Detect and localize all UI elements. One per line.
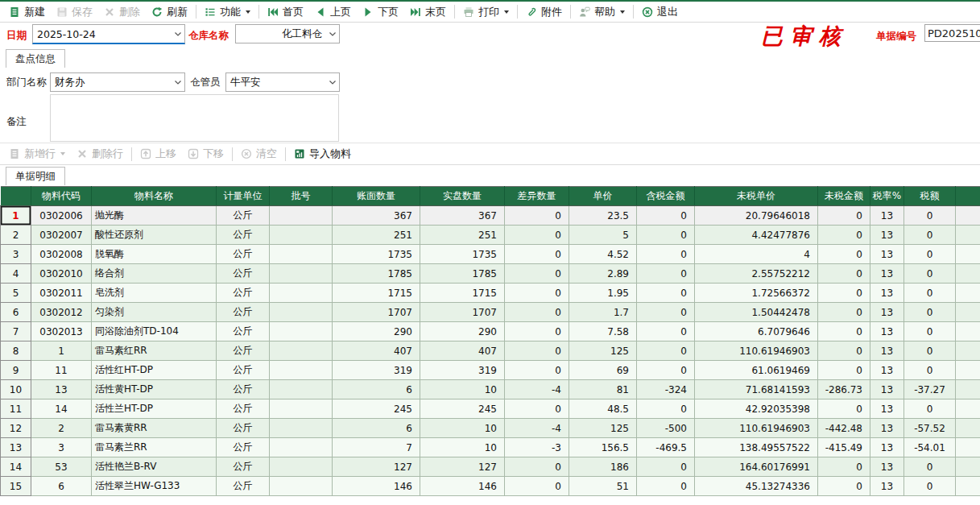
grid-cell[interactable]: 319 (420, 361, 505, 380)
grid-cell[interactable]: 匀染剂 (92, 303, 217, 322)
grid-cell[interactable] (270, 419, 333, 438)
grid-cell[interactable]: 10 (420, 380, 505, 399)
grid-cell[interactable]: 0 (637, 361, 695, 380)
row-number-cell[interactable]: 7 (1, 322, 31, 341)
table-row[interactable]: 1114活性兰HT-DP公斤245245048.5042.92035398013… (1, 399, 980, 419)
grid-cell[interactable]: 11 (31, 361, 92, 380)
grid-cell[interactable]: 2 (31, 419, 92, 438)
row-number-cell[interactable]: 10 (1, 380, 31, 399)
grid-cell[interactable]: -286.73 (818, 380, 870, 399)
row-number-cell[interactable]: 14 (1, 457, 31, 477)
grid-cell[interactable]: 0302011 (31, 284, 92, 303)
grid-cell[interactable]: 6 (31, 477, 92, 496)
grid-cell[interactable]: 0 (818, 245, 870, 264)
grid-cell[interactable]: 164.60176991 (695, 457, 818, 477)
grid-cell[interactable]: 0 (637, 284, 695, 303)
grid-cell[interactable]: 0 (505, 284, 569, 303)
grid-cell[interactable]: 290 (333, 322, 420, 341)
grid-cell[interactable]: 13 (870, 341, 904, 361)
grid-cell[interactable] (956, 419, 980, 438)
grid-cell[interactable]: 0 (904, 284, 956, 303)
grid-cell[interactable] (270, 341, 333, 361)
table-row[interactable]: 50302011皂洗剂公斤1715171501.9501.72566372013… (1, 284, 980, 303)
first-page-button[interactable]: 首页 (262, 2, 309, 21)
grid-cell[interactable]: 0 (904, 457, 956, 477)
grid-cell[interactable]: -4 (505, 419, 569, 438)
grid-cell[interactable]: 251 (333, 226, 420, 245)
grid-cell[interactable]: 0 (505, 399, 569, 419)
table-row[interactable]: 70302013同浴除油剂TD-104公斤29029007.5806.70796… (1, 322, 980, 341)
grid-cell[interactable]: 0 (637, 399, 695, 419)
grid-cell[interactable] (956, 226, 980, 245)
grid-cell[interactable]: 0 (505, 303, 569, 322)
grid-cell[interactable]: 251 (420, 226, 505, 245)
grid-cell[interactable]: 13 (870, 303, 904, 322)
grid-cell[interactable] (956, 361, 980, 380)
grid-cell[interactable]: -37.27 (904, 380, 956, 399)
grid-cell[interactable]: 110.61946903 (695, 419, 818, 438)
row-number-cell[interactable]: 15 (1, 477, 31, 496)
grid-cell[interactable]: 186 (569, 457, 637, 477)
grid-cell[interactable]: 0 (505, 477, 569, 496)
grid-cell[interactable]: 0302013 (31, 322, 92, 341)
grid-cell[interactable]: 6 (333, 419, 420, 438)
grid-cell[interactable]: 367 (420, 206, 505, 226)
grid-cell[interactable]: 13 (870, 322, 904, 341)
grid-cell[interactable]: 公斤 (217, 419, 270, 438)
grid-cell[interactable] (956, 380, 980, 399)
grid-cell[interactable]: 42.92035398 (695, 399, 818, 419)
grid-cell[interactable]: 13 (31, 380, 92, 399)
grid-cell[interactable]: 脱氧酶 (92, 245, 217, 264)
row-number-cell[interactable]: 11 (1, 399, 31, 419)
grid-cell[interactable]: 13 (870, 245, 904, 264)
grid-cell[interactable]: 0 (818, 303, 870, 322)
grid-cell[interactable]: 10 (420, 419, 505, 438)
row-number-cell[interactable]: 9 (1, 361, 31, 380)
grid-cell[interactable] (270, 206, 333, 226)
grid-cell[interactable]: 2.89 (569, 264, 637, 284)
grid-cell[interactable]: 公斤 (217, 322, 270, 341)
grid-cell[interactable]: -442.48 (818, 419, 870, 438)
grid-cell[interactable]: 13 (870, 457, 904, 477)
table-row[interactable]: 122雷马素黄RR公斤610-4125-500110.61946903-442.… (1, 419, 980, 438)
grid-cell[interactable]: 1715 (333, 284, 420, 303)
grid-cell[interactable]: 公斤 (217, 284, 270, 303)
grid-cell[interactable]: 367 (333, 206, 420, 226)
grid-cell[interactable]: 13 (870, 264, 904, 284)
grid-cell[interactable]: 1.50442478 (695, 303, 818, 322)
grid-cell[interactable]: 0 (818, 341, 870, 361)
grid-cell[interactable]: 公斤 (217, 226, 270, 245)
grid-cell[interactable]: 公斤 (217, 380, 270, 399)
grid-cell[interactable]: 20.79646018 (695, 206, 818, 226)
grid-cell[interactable] (270, 399, 333, 419)
grid-cell[interactable]: 公斤 (217, 477, 270, 496)
table-row[interactable]: 1453活性艳兰B-RV公斤12712701860164.60176991013… (1, 457, 980, 477)
grid-cell[interactable]: 1707 (333, 303, 420, 322)
grid-cell[interactable] (270, 361, 333, 380)
grid-cell[interactable]: 13 (870, 477, 904, 496)
help-button[interactable]: 帮助 (573, 2, 631, 21)
grid-cell[interactable]: 公斤 (217, 341, 270, 361)
grid-cell[interactable]: 0 (505, 206, 569, 226)
grid-cell[interactable]: 156.5 (569, 438, 637, 457)
grid-cell[interactable]: 同浴除油剂TD-104 (92, 322, 217, 341)
row-number-cell[interactable]: 2 (1, 226, 31, 245)
grid-cell[interactable]: 0 (505, 245, 569, 264)
grid-cell[interactable] (270, 457, 333, 477)
grid-cell[interactable]: 13 (870, 438, 904, 457)
row-number-cell[interactable]: 5 (1, 284, 31, 303)
grid-cell[interactable]: 69 (569, 361, 637, 380)
grid-cell[interactable]: 2.55752212 (695, 264, 818, 284)
exit-button[interactable]: 退出 (636, 2, 684, 21)
grid-cell[interactable]: -500 (637, 419, 695, 438)
grid-cell[interactable]: 0 (637, 264, 695, 284)
grid-cell[interactable] (956, 322, 980, 341)
grid-cell[interactable]: 10 (420, 438, 505, 457)
grid-cell[interactable]: 0 (818, 322, 870, 341)
grid-cell[interactable]: 0 (505, 457, 569, 477)
grid-cell[interactable]: 23.5 (569, 206, 637, 226)
grid-cell[interactable]: 290 (420, 322, 505, 341)
grid-cell[interactable]: 0 (818, 361, 870, 380)
grid-cell[interactable]: 公斤 (217, 303, 270, 322)
grid-cell[interactable]: 0 (818, 226, 870, 245)
